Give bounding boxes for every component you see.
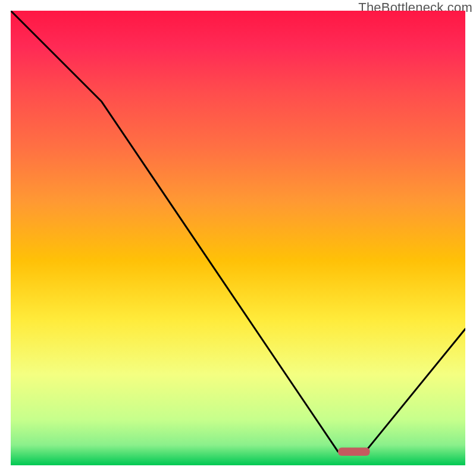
sweet-spot-marker [338, 447, 369, 456]
bottleneck-chart: TheBottleneck.com [0, 0, 476, 476]
plot-area [11, 11, 465, 465]
chart-svg [11, 11, 465, 465]
